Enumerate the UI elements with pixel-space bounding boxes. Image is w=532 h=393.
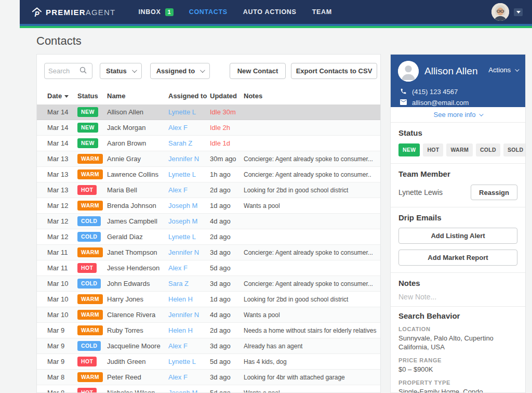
- cell-name: Maria Bell: [107, 186, 168, 194]
- cell-date: Mar 12: [47, 217, 77, 225]
- nav-item-team[interactable]: TEAM: [312, 8, 332, 16]
- table-row[interactable]: Mar 12WARMBrenda JohnsonJoseph M1d agoWa…: [37, 198, 380, 214]
- cell-status: NEW: [77, 107, 107, 117]
- status-badge: COLD: [77, 216, 101, 226]
- nav-item-contacts[interactable]: CONTACTS: [189, 8, 228, 16]
- assigned-to-link[interactable]: Helen H: [168, 295, 210, 303]
- assigned-to-link[interactable]: Alex F: [168, 373, 210, 381]
- cell-updated: 4d ago: [210, 217, 244, 225]
- status-badge: WARM: [77, 247, 103, 257]
- assigned-to-filter-dropdown[interactable]: Assigned to: [150, 63, 210, 79]
- table-row[interactable]: Mar 9HOTJudith GreenLynette L5d agoHas 4…: [37, 354, 380, 370]
- column-header-assigned[interactable]: Assigned to: [168, 92, 210, 104]
- status-chip-new[interactable]: NEW: [398, 143, 420, 156]
- assigned-to-link[interactable]: Joseph M: [168, 217, 210, 225]
- user-menu-caret-icon[interactable]: [514, 8, 523, 16]
- assigned-to-link[interactable]: Joseph M: [168, 389, 210, 393]
- new-note-input[interactable]: New Note...: [398, 293, 517, 301]
- assigned-to-link[interactable]: Lynette L: [168, 108, 210, 116]
- column-header-status[interactable]: Status: [77, 92, 107, 104]
- add-market-report-button[interactable]: Add Market Report: [398, 250, 517, 266]
- table-row[interactable]: Mar 8HOTNicholas WilsonJoseph M5d agoWan…: [37, 385, 380, 393]
- table-row[interactable]: Mar 10WARMClarence RiveraJennifer N4d ag…: [37, 307, 380, 323]
- assigned-to-link[interactable]: Alex F: [168, 124, 210, 132]
- table-row[interactable]: Mar 8WARMPeter ReedAlex F3d agoLooking f…: [37, 370, 380, 385]
- cell-name: Ruby Torres: [107, 326, 168, 334]
- contact-detail-panel: Allison Allen Actions (415) 123 4567 all…: [390, 54, 526, 393]
- column-header-name[interactable]: Name: [107, 92, 168, 104]
- cell-notes: Has 4 kids, dog: [244, 358, 380, 365]
- see-more-info-link[interactable]: See more info: [391, 107, 525, 123]
- nav-item-auto-actions[interactable]: AUTO ACTIONS: [243, 8, 297, 16]
- cell-name: Harry Jones: [107, 295, 168, 303]
- cell-status: NEW: [77, 138, 107, 148]
- cell-date: Mar 14: [47, 139, 77, 147]
- assigned-to-link[interactable]: Sarah Z: [168, 139, 210, 147]
- status-chip-warm[interactable]: WARM: [446, 143, 472, 156]
- contacts-table-card: Status Assigned to New Contact Export Co…: [36, 54, 381, 393]
- assigned-to-link[interactable]: Alex F: [168, 342, 210, 350]
- actions-dropdown[interactable]: Actions: [488, 66, 518, 74]
- table-row[interactable]: Mar 14NEWJack MorganAlex FIdle 2h: [37, 120, 380, 136]
- cell-notes: Concierge: Agent already spoke to consum…: [244, 155, 380, 163]
- brand-logo[interactable]: P PREMIERAGENT: [31, 7, 115, 18]
- cell-notes: Already has an agent: [244, 343, 380, 350]
- status-badge: NEW: [77, 107, 98, 117]
- table-row[interactable]: Mar 14NEWAllison AllenLynette LIdle 30m: [37, 104, 380, 120]
- new-contact-button[interactable]: New Contact: [230, 63, 286, 79]
- assigned-to-link[interactable]: Lynette L: [168, 358, 210, 365]
- user-avatar[interactable]: [491, 3, 509, 21]
- assigned-to-link[interactable]: Lynette L: [168, 233, 210, 241]
- assigned-to-link[interactable]: Joseph M: [168, 202, 210, 209]
- table-row[interactable]: Mar 9WARMRuby TorresHelen H2d agoNeeds a…: [37, 323, 380, 338]
- column-header-date[interactable]: Date: [47, 92, 77, 104]
- assigned-to-link[interactable]: Sara Z: [168, 280, 210, 287]
- table-row[interactable]: Mar 11WARMJanet ThompsonJennifer N3d ago…: [37, 245, 380, 260]
- assigned-to-link[interactable]: Helen H: [168, 326, 210, 334]
- assigned-to-link[interactable]: Jennifer N: [168, 155, 210, 163]
- table-row[interactable]: Mar 10COLDJohn EdwardsSara Z3d agoConcie…: [37, 276, 380, 292]
- cell-status: WARM: [77, 372, 107, 382]
- status-badge: COLD: [77, 232, 101, 242]
- cell-name: Jack Morgan: [107, 124, 168, 132]
- table-row[interactable]: Mar 13WARMLawrence CollinsLynette L1h ag…: [37, 167, 380, 182]
- cell-updated: Idle 2h: [210, 124, 244, 132]
- assigned-to-link[interactable]: Lynette L: [168, 171, 210, 178]
- assigned-to-link[interactable]: Jennifer N: [168, 248, 210, 256]
- nav-item-inbox[interactable]: INBOX 1: [138, 8, 173, 16]
- status-heading: Status: [398, 128, 517, 137]
- status-chip-cold[interactable]: COLD: [476, 143, 500, 156]
- add-listing-alert-button[interactable]: Add Listing Alert: [398, 228, 517, 244]
- cell-updated: 1d ago: [210, 295, 244, 303]
- assigned-to-link[interactable]: Alex F: [168, 186, 210, 194]
- cell-status: NEW: [77, 123, 107, 133]
- reassign-button[interactable]: Reassign: [471, 185, 517, 200]
- assigned-to-link[interactable]: Jennifer N: [168, 311, 210, 319]
- cell-name: James Campbell: [107, 217, 168, 225]
- table-row[interactable]: Mar 12COLDGerald DiazLynette L2d ago: [37, 229, 380, 245]
- cell-date: Mar 11: [47, 264, 77, 272]
- column-header-notes[interactable]: Notes: [244, 92, 380, 104]
- drip-emails-section: Drip Emails Add Listing Alert Add Market…: [391, 207, 525, 273]
- contact-phone: (415) 123 4567: [412, 88, 458, 96]
- assigned-to-link[interactable]: Alex F: [168, 264, 210, 272]
- table-row[interactable]: Mar 11HOTJesse HendersonAlex F5d ago: [37, 260, 380, 276]
- table-row[interactable]: Mar 13WARMAnnie GrayJennifer N30m agoCon…: [37, 151, 380, 167]
- location-value: Sunnyvale, Palo Alto, Cupertino Californ…: [398, 334, 517, 351]
- table-row[interactable]: Mar 12COLDJames CampbellJoseph M4d ago: [37, 214, 380, 229]
- status-chip-hot[interactable]: HOT: [423, 143, 443, 156]
- notes-section: Notes New Note...: [391, 273, 525, 307]
- search-input[interactable]: [48, 67, 79, 75]
- status-chip-sold[interactable]: SOLD: [503, 143, 526, 156]
- team-member-name: Lynette Lewis: [398, 188, 443, 197]
- export-csv-button[interactable]: Export Contacts to CSV: [291, 63, 377, 79]
- status-badge: HOT: [77, 357, 97, 366]
- status-badge: NEW: [77, 138, 98, 148]
- table-row[interactable]: Mar 14NEWAaron BrownSarah ZIdle 1d: [37, 136, 380, 151]
- column-header-updated[interactable]: Updated: [210, 92, 244, 104]
- table-row[interactable]: Mar 9COLDJacqueline MooreAlex F3d agoAlr…: [37, 338, 380, 354]
- search-box[interactable]: [44, 63, 92, 79]
- table-row[interactable]: Mar 13HOTMaria BellAlex F2d agoLooking f…: [37, 182, 380, 198]
- status-filter-dropdown[interactable]: Status: [100, 63, 142, 79]
- table-row[interactable]: Mar 10WARMHarry JonesHelen H1d agoLookin…: [37, 292, 380, 307]
